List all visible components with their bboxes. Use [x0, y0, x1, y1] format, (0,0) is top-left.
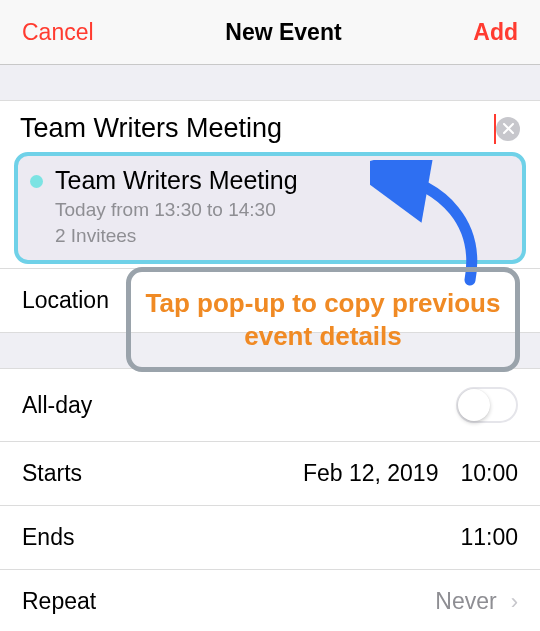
suggestion-title: Team Writers Meeting: [55, 166, 298, 195]
datetime-section: All-day Starts Feb 12, 2019 10:00 Ends 1…: [0, 368, 540, 631]
allday-label: All-day: [22, 392, 456, 419]
repeat-label: Repeat: [22, 588, 435, 615]
repeat-row[interactable]: Repeat Never ›: [0, 569, 540, 631]
cancel-button[interactable]: Cancel: [22, 19, 94, 46]
ends-row[interactable]: Ends 11:00: [0, 505, 540, 569]
calendar-color-dot: [30, 175, 43, 188]
close-icon: [503, 123, 514, 134]
chevron-right-icon: ›: [511, 589, 518, 615]
suggestion-time: Today from 13:30 to 14:30: [55, 197, 298, 223]
starts-label: Starts: [22, 460, 303, 487]
location-row[interactable]: Location: [0, 268, 540, 332]
event-title-input[interactable]: Team Writers Meeting: [20, 113, 492, 144]
section-spacer: [0, 65, 540, 100]
section-spacer-2: [0, 333, 540, 368]
starts-date: Feb 12, 2019: [303, 460, 439, 487]
modal-header: Cancel New Event Add: [0, 0, 540, 65]
event-suggestion-popup[interactable]: Team Writers Meeting Today from 13:30 to…: [14, 152, 526, 264]
modal-title: New Event: [225, 19, 341, 46]
starts-time: 10:00: [460, 460, 518, 487]
allday-row: All-day: [0, 369, 540, 441]
toggle-knob: [458, 389, 490, 421]
suggestion-invitees: 2 Invitees: [55, 223, 298, 249]
event-title-section: Team Writers Meeting Team Writers Meetin…: [0, 100, 540, 333]
allday-toggle[interactable]: [456, 387, 518, 423]
ends-label: Ends: [22, 524, 438, 551]
add-button[interactable]: Add: [473, 19, 518, 46]
ends-time: 11:00: [460, 524, 518, 551]
starts-row[interactable]: Starts Feb 12, 2019 10:00: [0, 441, 540, 505]
location-placeholder: Location: [22, 287, 109, 313]
repeat-value: Never: [435, 588, 496, 615]
clear-title-button[interactable]: [496, 117, 520, 141]
title-row: Team Writers Meeting: [0, 101, 540, 152]
